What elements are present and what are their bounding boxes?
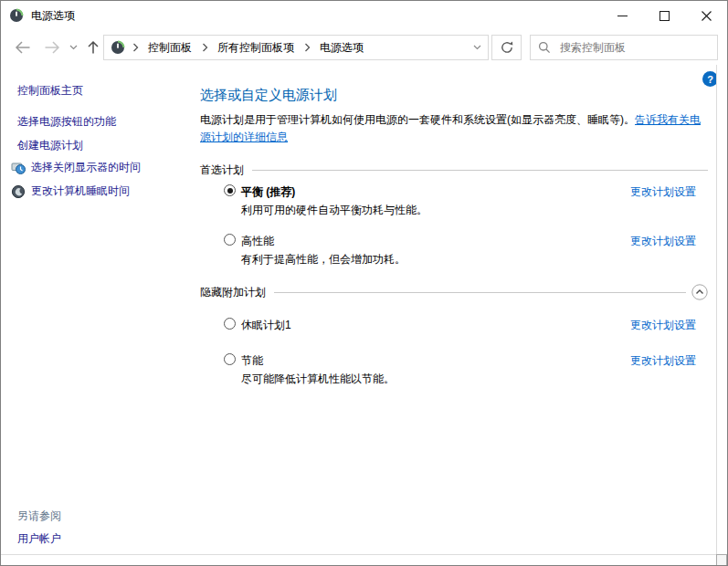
plan-row-power-saver: 节能 更改计划设置 bbox=[200, 352, 708, 369]
maximize-button[interactable] bbox=[643, 1, 685, 30]
collapse-section-button[interactable] bbox=[691, 284, 708, 300]
help-icon: ? bbox=[707, 74, 713, 85]
close-icon bbox=[702, 11, 712, 21]
plan-name[interactable]: 平衡 (推荐) bbox=[241, 184, 295, 200]
change-plan-settings-link[interactable]: 更改计划设置 bbox=[630, 184, 696, 200]
plan-row-hibernate-plan-1: 休眠计划1 更改计划设置 bbox=[200, 317, 708, 333]
plan-radio-high-performance[interactable] bbox=[224, 234, 236, 246]
sidebar-item-power-buttons[interactable]: 选择电源按钮的功能 bbox=[17, 114, 116, 130]
recent-locations-dropdown[interactable] bbox=[67, 38, 79, 57]
up-arrow-icon bbox=[87, 40, 100, 55]
scrollbar-corner bbox=[716, 554, 727, 566]
see-also-header: 另请参阅 bbox=[17, 508, 61, 524]
sleep-icon bbox=[11, 184, 26, 199]
chevron-right-icon[interactable] bbox=[198, 36, 211, 59]
chevron-down-icon bbox=[69, 45, 78, 50]
search-input[interactable] bbox=[558, 40, 710, 55]
up-button[interactable] bbox=[83, 38, 103, 57]
plan-description: 有利于提高性能，但会增加功耗。 bbox=[241, 252, 406, 267]
back-button[interactable] bbox=[12, 38, 34, 57]
window-title: 电源选项 bbox=[31, 8, 75, 24]
section-preferred-plans: 首选计划 bbox=[200, 162, 708, 178]
forward-button[interactable] bbox=[41, 38, 63, 57]
change-plan-settings-link[interactable]: 更改计划设置 bbox=[630, 353, 696, 369]
title-bar: 电源选项 bbox=[1, 1, 727, 30]
section-divider bbox=[252, 170, 708, 171]
sidebar-item-label: 更改计算机睡眠时间 bbox=[31, 183, 130, 199]
chevron-right-icon[interactable] bbox=[301, 36, 313, 59]
change-plan-settings-link[interactable]: 更改计划设置 bbox=[630, 318, 696, 333]
navigation-bar: 控制面板 所有控制面板项 电源选项 bbox=[1, 30, 727, 65]
search-icon bbox=[538, 41, 551, 54]
plan-name[interactable]: 高性能 bbox=[241, 234, 274, 249]
section-divider bbox=[274, 292, 686, 293]
intro-paragraph: 电源计划是用于管理计算机如何使用电源的一套硬件和系统设置(如显示器亮度、睡眠等)… bbox=[200, 111, 701, 146]
breadcrumb-item-control-panel[interactable]: 控制面板 bbox=[142, 36, 198, 59]
plan-description: 利用可用的硬件自动平衡功耗与性能。 bbox=[241, 203, 427, 218]
plan-description: 尽可能降低计算机性能以节能。 bbox=[241, 372, 395, 387]
search-box[interactable] bbox=[530, 35, 718, 60]
sidebar-item-user-accounts[interactable]: 用户帐户 bbox=[17, 531, 61, 547]
plan-row-balanced: 平衡 (推荐) 更改计划设置 bbox=[200, 183, 708, 200]
chevron-right-icon[interactable] bbox=[129, 36, 142, 59]
sidebar-item-label: 选择关闭显示器的时间 bbox=[31, 160, 141, 175]
section-header-label: 首选计划 bbox=[200, 162, 244, 178]
page-title: 选择或自定义电源计划 bbox=[200, 87, 337, 104]
sidebar-item-control-panel-home[interactable]: 控制面板主页 bbox=[17, 83, 83, 99]
section-header-label: 隐藏附加计划 bbox=[200, 285, 266, 300]
sidebar-item-display-off-time[interactable]: 选择关闭显示器的时间 bbox=[11, 160, 141, 175]
refresh-icon bbox=[501, 41, 513, 54]
plan-name[interactable]: 节能 bbox=[241, 353, 263, 369]
breadcrumb-item-power-options[interactable]: 电源选项 bbox=[313, 36, 370, 59]
refresh-button[interactable] bbox=[491, 35, 522, 60]
address-bar[interactable]: 控制面板 所有控制面板项 电源选项 bbox=[103, 35, 489, 60]
minimize-icon bbox=[617, 11, 628, 21]
plan-name[interactable]: 休眠计划1 bbox=[241, 318, 291, 333]
power-options-icon bbox=[9, 8, 24, 23]
sidebar-item-create-power-plan[interactable]: 创建电源计划 bbox=[17, 138, 83, 153]
display-clock-icon bbox=[11, 161, 26, 175]
section-hidden-plans: 隐藏附加计划 bbox=[200, 284, 708, 300]
sidebar-item-sleep-time[interactable]: 更改计算机睡眠时间 bbox=[11, 183, 130, 199]
plan-radio-balanced[interactable] bbox=[224, 184, 236, 196]
plan-row-high-performance: 高性能 更改计划设置 bbox=[200, 233, 708, 249]
back-arrow-icon bbox=[15, 41, 31, 54]
forward-arrow-icon bbox=[44, 41, 60, 54]
power-options-icon bbox=[111, 40, 125, 55]
vertical-scrollbar-track[interactable] bbox=[716, 65, 727, 554]
plan-radio-hibernate-plan-1[interactable] bbox=[224, 318, 236, 330]
change-plan-settings-link[interactable]: 更改计划设置 bbox=[630, 234, 696, 249]
power-options-window: 电源选项 bbox=[0, 0, 728, 566]
maximize-icon bbox=[659, 11, 670, 21]
minimize-button[interactable] bbox=[601, 1, 643, 30]
plan-radio-power-saver[interactable] bbox=[224, 353, 236, 365]
close-button[interactable] bbox=[685, 1, 727, 30]
breadcrumb-item-all-control-panel-items[interactable]: 所有控制面板项 bbox=[211, 36, 301, 59]
chevron-down-icon bbox=[473, 45, 481, 50]
horizontal-scrollbar-track[interactable] bbox=[1, 554, 716, 566]
window-controls bbox=[601, 1, 727, 30]
intro-text: 电源计划是用于管理计算机如何使用电源的一套硬件和系统设置(如显示器亮度、睡眠等)… bbox=[200, 113, 635, 126]
address-dropdown-button[interactable] bbox=[466, 36, 488, 59]
